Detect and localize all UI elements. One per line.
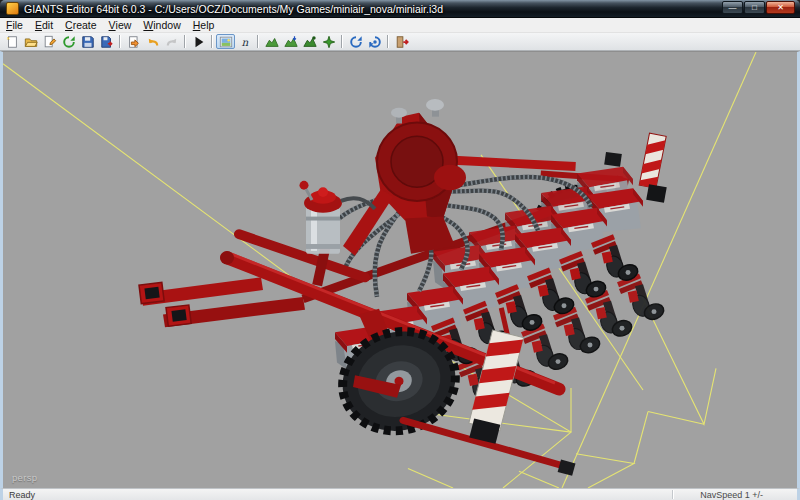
toolbar-separator <box>184 35 186 48</box>
terrain-foliage-icon <box>303 35 317 49</box>
reload-shaders-button[interactable] <box>346 34 365 49</box>
reload-file-icon <box>62 35 76 49</box>
title-bar[interactable]: GIANTS Editor 64bit 6.0.3 - C:/Users/OCZ… <box>0 0 800 18</box>
undo-icon <box>146 35 160 49</box>
toolbar-separator <box>257 35 259 48</box>
redo-icon <box>165 35 179 49</box>
status-ready-text: Ready <box>3 490 35 500</box>
terrain-foliage-button[interactable] <box>300 34 319 49</box>
minimize-button[interactable]: — <box>722 1 743 14</box>
terrain-sculpt-button[interactable] <box>262 34 281 49</box>
play-button[interactable] <box>189 34 208 49</box>
menu-create[interactable]: Create <box>59 18 103 32</box>
edit-file-button[interactable] <box>40 34 59 49</box>
toggle-render-frame-button[interactable] <box>216 34 235 49</box>
toggle-normals-icon: n <box>238 35 252 49</box>
nav-speed-text: NavSpeed 1 +/- <box>700 490 797 500</box>
save-file-icon <box>81 35 95 49</box>
open-file-button[interactable] <box>21 34 40 49</box>
export-file-icon <box>100 35 114 49</box>
maximize-button[interactable]: □ <box>744 1 765 14</box>
app-icon <box>6 2 19 15</box>
exit-game-button[interactable] <box>392 34 411 49</box>
open-file-icon <box>24 35 38 49</box>
new-file-button[interactable] <box>2 34 21 49</box>
terrain-detail-icon <box>322 35 336 49</box>
window-title: GIANTS Editor 64bit 6.0.3 - C:/Users/OCZ… <box>24 3 443 15</box>
toolbar-separator <box>387 35 389 48</box>
save-file-button[interactable] <box>78 34 97 49</box>
undo-button[interactable] <box>143 34 162 49</box>
toolbar-separator <box>341 35 343 48</box>
export-file-button[interactable] <box>97 34 116 49</box>
viewport-panel: persp <box>0 51 800 488</box>
giants-editor-window: GIANTS Editor 64bit 6.0.3 - C:/Users/OCZ… <box>0 0 800 500</box>
menu-edit[interactable]: Edit <box>29 18 59 32</box>
camera-name-label[interactable]: persp <box>12 472 37 483</box>
import-file-button[interactable] <box>124 34 143 49</box>
edit-file-icon <box>43 35 57 49</box>
reload-shaders-icon <box>349 35 363 49</box>
reload-scripts-button[interactable] <box>365 34 384 49</box>
reload-scripts-icon <box>368 35 382 49</box>
import-file-icon <box>127 35 141 49</box>
toolbar: n <box>0 33 800 51</box>
toggle-normals-button[interactable]: n <box>235 34 254 49</box>
status-bar: Ready NavSpeed 1 +/- <box>0 488 800 500</box>
menu-window[interactable]: Window <box>137 18 186 32</box>
terrain-paint-button[interactable] <box>281 34 300 49</box>
status-separator <box>672 490 674 499</box>
menu-bar: FileEditCreateViewWindowHelp <box>0 18 800 33</box>
toolbar-separator <box>211 35 213 48</box>
3d-viewport[interactable] <box>3 52 797 488</box>
terrain-detail-button[interactable] <box>319 34 338 49</box>
toggle-render-frame-icon <box>219 35 233 49</box>
new-file-icon <box>5 35 19 49</box>
toolbar-separator <box>119 35 121 48</box>
menu-view[interactable]: View <box>103 18 138 32</box>
reload-file-button[interactable] <box>59 34 78 49</box>
svg-text:n: n <box>241 35 248 47</box>
redo-button[interactable] <box>162 34 181 49</box>
play-icon <box>192 35 206 49</box>
exit-game-icon <box>395 35 409 49</box>
terrain-paint-icon <box>284 35 298 49</box>
menu-file[interactable]: File <box>0 18 29 32</box>
terrain-sculpt-icon <box>265 35 279 49</box>
close-button[interactable]: ✕ <box>766 1 795 14</box>
menu-help[interactable]: Help <box>187 18 221 32</box>
